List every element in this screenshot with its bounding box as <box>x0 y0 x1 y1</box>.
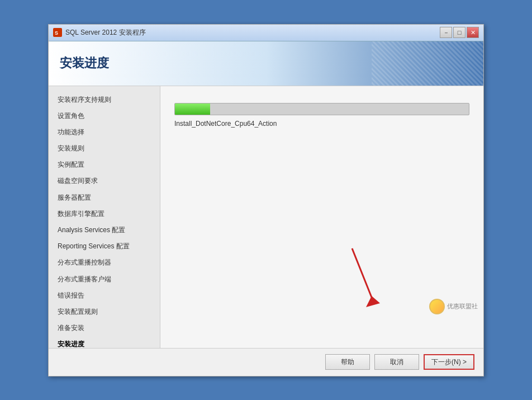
app-icon: S <box>53 28 62 37</box>
window-title: SQL Server 2012 安装程序 <box>65 28 440 37</box>
progress-section: Install_DotNetCore_Cpu64_Action <box>174 103 469 128</box>
sidebar-item-dist-replay-client[interactable]: 分布式重播客户端 <box>49 271 160 288</box>
back-button[interactable]: 取消 <box>374 354 419 370</box>
svg-marker-3 <box>366 296 380 307</box>
sidebar-item-server-config[interactable]: 服务器配置 <box>49 190 160 206</box>
sidebar-item-db-engine[interactable]: 数据库引擎配置 <box>49 206 160 222</box>
sidebar-item-setup-role[interactable]: 设置角色 <box>49 108 160 124</box>
sidebar-item-disk-space[interactable]: 磁盘空间要求 <box>49 173 160 189</box>
maximize-button[interactable]: □ <box>453 27 466 38</box>
next-button[interactable]: 下一步(N) > <box>424 354 474 370</box>
watermark: 优惠联盟社 <box>429 299 478 314</box>
header-banner: 安装进度 <box>49 41 483 86</box>
sidebar-item-error-reporting[interactable]: 错误报告 <box>49 288 160 304</box>
progress-bar-container <box>174 103 469 115</box>
watermark-logo <box>429 299 445 314</box>
sidebar-item-analysis-services[interactable]: Analysis Services 配置 <box>49 222 160 238</box>
sidebar: 安装程序支持规则 设置角色 功能选择 安装规则 实例配置 磁盘空间要求 服务器配… <box>49 86 160 348</box>
window-controls: － □ ✕ <box>440 27 479 38</box>
sidebar-item-install-rules2[interactable]: 安装规则 <box>49 140 160 157</box>
sidebar-item-dist-replay-ctrl[interactable]: 分布式重播控制器 <box>49 255 160 271</box>
progress-bar-fill <box>175 103 210 115</box>
arrow-annotation <box>341 243 391 317</box>
close-button[interactable]: ✕ <box>467 27 479 38</box>
sidebar-item-instance-config[interactable]: 实例配置 <box>49 157 160 173</box>
watermark-text: 优惠联盟社 <box>447 302 478 310</box>
help-button[interactable]: 帮助 <box>325 354 370 370</box>
sidebar-item-install-progress[interactable]: 安装进度 <box>49 336 160 347</box>
sidebar-item-ready-install[interactable]: 准备安装 <box>49 320 160 336</box>
sidebar-item-feature-selection[interactable]: 功能选择 <box>49 124 160 140</box>
minimize-button[interactable]: － <box>440 27 452 38</box>
content-area: 安装程序支持规则 设置角色 功能选择 安装规则 实例配置 磁盘空间要求 服务器配… <box>49 86 483 348</box>
main-content: Install_DotNetCore_Cpu64_Action 优惠联盟社 <box>160 86 483 348</box>
sidebar-item-install-config-rules[interactable]: 安装配置规则 <box>49 304 160 320</box>
sidebar-item-install-rules[interactable]: 安装程序支持规则 <box>49 92 160 108</box>
page-title: 安装进度 <box>60 55 109 72</box>
svg-text:S: S <box>55 30 58 36</box>
footer: 帮助 取消 下一步(N) > <box>49 348 483 376</box>
svg-line-2 <box>352 248 374 304</box>
progress-label: Install_DotNetCore_Cpu64_Action <box>174 120 469 128</box>
main-window: S SQL Server 2012 安装程序 － □ ✕ 安装进度 安装程序支持… <box>48 24 484 377</box>
sidebar-item-reporting-services[interactable]: Reporting Services 配置 <box>49 238 160 255</box>
titlebar: S SQL Server 2012 安装程序 － □ ✕ <box>49 25 483 41</box>
